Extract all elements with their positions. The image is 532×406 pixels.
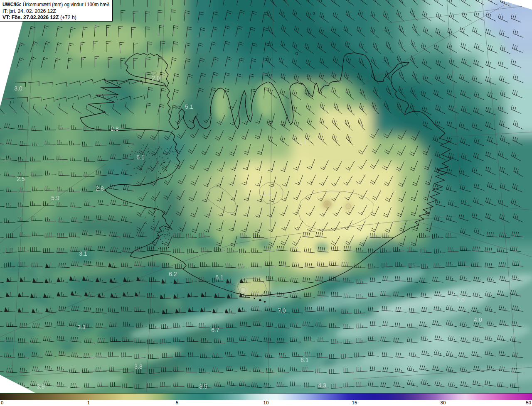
svg-text:2.0: 2.0 bbox=[152, 75, 160, 81]
svg-text:2.8: 2.8 bbox=[111, 125, 119, 132]
svg-text:6.7: 6.7 bbox=[211, 327, 219, 333]
svg-text:2.5: 2.5 bbox=[17, 176, 25, 182]
svg-text:3.1: 3.1 bbox=[79, 250, 87, 257]
svg-text:1: 1 bbox=[87, 400, 90, 405]
svg-text:10: 10 bbox=[264, 400, 269, 405]
svg-text:UWC/IG: Úrkomumætti (mm) og vi: UWC/IG: Úrkomumætti (mm) og vindur i 100… bbox=[2, 1, 109, 7]
svg-text:7.0: 7.0 bbox=[278, 307, 286, 314]
svg-text:3.8: 3.8 bbox=[134, 363, 143, 370]
svg-text:6.1: 6.1 bbox=[215, 274, 224, 281]
svg-text:IT: þri. 24. 02. 2026 12Z: IT: þri. 24. 02. 2026 12Z bbox=[2, 8, 56, 14]
svg-text:2.8: 2.8 bbox=[96, 185, 104, 192]
svg-text:1.1: 1.1 bbox=[263, 190, 271, 197]
svg-text:6.2: 6.2 bbox=[169, 271, 177, 277]
svg-text:50: 50 bbox=[526, 400, 531, 405]
svg-text:3.5: 3.5 bbox=[199, 383, 207, 390]
svg-text:3.3: 3.3 bbox=[77, 324, 86, 330]
svg-text:5.9: 5.9 bbox=[51, 195, 59, 201]
svg-text:30: 30 bbox=[441, 400, 446, 405]
svg-text:4.3: 4.3 bbox=[318, 382, 326, 389]
svg-text:8.1: 8.1 bbox=[300, 357, 309, 363]
svg-text:5.1: 5.1 bbox=[185, 103, 193, 110]
svg-text:4.0: 4.0 bbox=[474, 316, 482, 323]
svg-text:5: 5 bbox=[176, 400, 178, 405]
svg-text:7.0: 7.0 bbox=[456, 297, 465, 303]
svg-text:6.1: 6.1 bbox=[136, 154, 145, 161]
svg-text:3.0: 3.0 bbox=[14, 85, 22, 92]
svg-text:1.1: 1.1 bbox=[299, 139, 307, 146]
svg-text:3.9: 3.9 bbox=[37, 383, 45, 390]
svg-text:0: 0 bbox=[1, 400, 3, 405]
svg-text:VT: Fös. 27.02.2026 12Z (+72 h: VT: Fös. 27.02.2026 12Z (+72 h) bbox=[2, 15, 76, 20]
svg-text:15: 15 bbox=[352, 400, 357, 405]
